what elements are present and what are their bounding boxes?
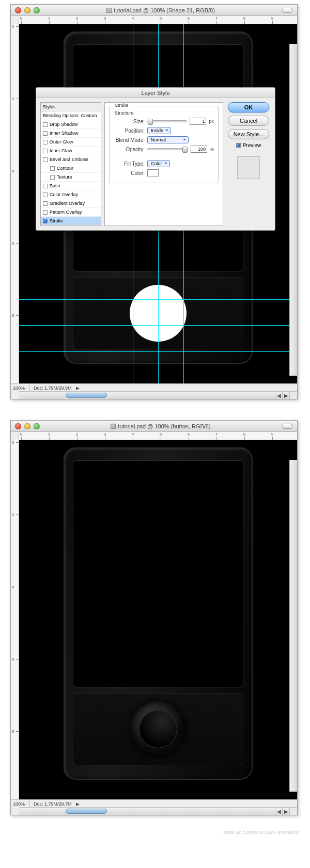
style-item-inner-shadow[interactable]: Inner Shadow <box>41 129 101 138</box>
zoom-icon[interactable] <box>34 423 40 429</box>
scroll-right-icon[interactable]: ▶ <box>282 392 289 399</box>
stroke-color-swatch[interactable] <box>147 169 159 176</box>
dialog-title[interactable]: Layer Style <box>36 88 275 98</box>
ruler-horizontal[interactable]: 0123456789 <box>11 16 297 24</box>
scrollbar-vertical[interactable] <box>289 44 297 376</box>
ruler-origin[interactable] <box>11 432 19 440</box>
close-icon[interactable] <box>15 7 21 13</box>
toolbar-pill-icon[interactable] <box>282 8 293 13</box>
toolbar-pill-icon[interactable] <box>282 424 293 429</box>
ruler-horizontal[interactable]: 0123456789 <box>11 432 297 440</box>
scroll-thumb[interactable] <box>66 809 107 814</box>
blend-mode-popup[interactable]: Normal <box>147 136 189 143</box>
style-checkbox[interactable] <box>43 140 48 144</box>
style-checkbox[interactable] <box>43 157 48 162</box>
style-checkbox[interactable] <box>43 184 48 188</box>
style-label: Satin <box>50 183 60 188</box>
style-item-outer-glow[interactable]: Outer Glow <box>41 138 101 147</box>
guide-horizontal[interactable] <box>19 325 297 326</box>
style-checkbox[interactable] <box>50 166 55 171</box>
doc-info[interactable]: Doc: 1.79M/29.9M <box>34 385 72 391</box>
resize-grip-icon[interactable] <box>289 807 297 815</box>
traffic-lights[interactable] <box>15 423 40 429</box>
canvas[interactable] <box>19 440 297 799</box>
ruler-vertical[interactable]: 02468 <box>11 24 19 383</box>
zoom-level[interactable]: 100% <box>13 801 25 807</box>
opacity-slider[interactable] <box>147 148 188 150</box>
opacity-label: Opacity: <box>114 147 145 152</box>
stroke-legend: Stroke <box>113 103 130 108</box>
style-checkbox[interactable] <box>43 131 48 136</box>
style-item-satin[interactable]: Satin <box>41 182 101 190</box>
stroke-panel: Stroke Structure Size: px Position: Insi… <box>104 102 223 226</box>
position-popup[interactable]: Inside <box>147 127 171 134</box>
size-unit: px <box>209 119 214 124</box>
document-proxy-icon[interactable] <box>106 8 112 13</box>
blending-options-label: Blending Options: Custom <box>43 113 97 118</box>
styles-header[interactable]: Styles <box>41 103 101 111</box>
ruler-origin[interactable] <box>11 16 19 24</box>
guide-horizontal[interactable] <box>19 299 297 300</box>
style-item-drop-shadow[interactable]: Drop Shadow <box>41 120 101 129</box>
style-checkbox[interactable] <box>43 192 48 197</box>
preview-checkbox[interactable] <box>236 143 241 148</box>
size-slider[interactable] <box>147 120 187 122</box>
click-wheel-button[interactable] <box>130 701 187 758</box>
status-bar: 100% Doc: 1.79M/29.9M ▶ <box>11 383 297 392</box>
titlebar[interactable]: tutorial.psd @ 100% (Shape 21, RGB/8) <box>11 5 297 16</box>
zoom-icon[interactable] <box>34 7 40 13</box>
layer-style-dialog[interactable]: Layer Style Styles Blending Options: Cus… <box>36 87 275 231</box>
color-label: Color: <box>114 170 145 176</box>
style-label: Outer Glow <box>50 139 73 144</box>
scroll-thumb[interactable] <box>66 393 107 398</box>
style-item-stroke[interactable]: Stroke <box>41 217 101 226</box>
style-checkbox[interactable] <box>43 201 48 206</box>
new-style-button[interactable]: New Style... <box>228 129 269 139</box>
zoom-level[interactable]: 100% <box>13 385 25 391</box>
preview-toggle[interactable]: Preview <box>236 142 261 148</box>
style-item-contour[interactable]: Contour <box>41 164 101 173</box>
status-menu-icon[interactable]: ▶ <box>76 801 80 807</box>
titlebar[interactable]: tutorial.psd @ 100% (button, RGB/8) <box>11 421 297 432</box>
blending-options-row[interactable]: Blending Options: Custom <box>41 111 101 120</box>
doc-info[interactable]: Doc: 1.79M/29.7M <box>34 801 72 807</box>
style-item-inner-glow[interactable]: Inner Glow <box>41 147 101 155</box>
traffic-lights[interactable] <box>15 7 40 13</box>
scrollbar-horizontal[interactable]: ◀ ▶ <box>19 391 289 399</box>
scroll-right-icon[interactable]: ▶ <box>282 808 289 815</box>
fill-type-popup[interactable]: Color <box>147 160 170 167</box>
minimize-icon[interactable] <box>24 7 30 13</box>
scrollbar-horizontal[interactable]: ◀ ▶ <box>19 807 289 815</box>
scroll-left-icon[interactable]: ◀ <box>275 808 282 815</box>
style-item-texture[interactable]: Texture <box>41 173 101 182</box>
ok-button[interactable]: OK <box>228 102 269 112</box>
minimize-icon[interactable] <box>24 423 30 429</box>
device-pad[interactable] <box>73 693 243 765</box>
source-watermark: post at iconfans.com iconfans <box>0 826 310 840</box>
style-checkbox[interactable] <box>50 175 55 180</box>
window-title: tutorial.psd @ 100% (Shape 21, RGB/8) <box>40 7 282 13</box>
document-proxy-icon[interactable] <box>111 424 116 429</box>
style-item-pattern-overlay[interactable]: Pattern Overlay <box>41 208 101 217</box>
style-item-gradient-overlay[interactable]: Gradient Overlay <box>41 199 101 208</box>
opacity-field[interactable] <box>191 146 207 153</box>
style-item-bevel-and-emboss[interactable]: Bevel and Emboss <box>41 155 101 164</box>
style-checkbox[interactable] <box>43 122 48 127</box>
style-checkbox[interactable] <box>43 219 48 223</box>
blend-mode-row: Blend Mode: Normal <box>114 136 214 143</box>
scroll-left-icon[interactable]: ◀ <box>275 392 282 399</box>
opacity-row: Opacity: % <box>114 146 214 153</box>
style-item-color-overlay[interactable]: Color Overlay <box>41 190 101 199</box>
resize-grip-icon[interactable] <box>289 391 297 399</box>
guide-horizontal[interactable] <box>19 351 297 352</box>
device-shape[interactable] <box>64 447 253 780</box>
size-field[interactable] <box>190 118 206 125</box>
style-checkbox[interactable] <box>43 210 48 215</box>
close-icon[interactable] <box>15 423 21 429</box>
status-menu-icon[interactable]: ▶ <box>76 385 80 391</box>
style-checkbox[interactable] <box>43 149 48 153</box>
cancel-button[interactable]: Cancel <box>228 116 269 126</box>
scrollbar-vertical[interactable] <box>289 460 297 792</box>
ruler-vertical[interactable]: 02468 <box>11 440 19 799</box>
styles-sidebar[interactable]: Styles Blending Options: Custom Drop Sha… <box>40 102 101 226</box>
